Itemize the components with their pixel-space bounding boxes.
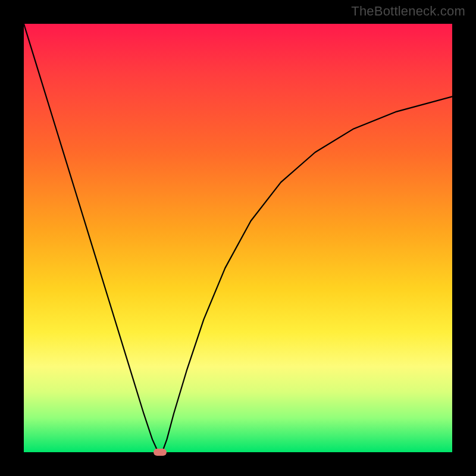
minimum-marker bbox=[154, 449, 167, 456]
plot-area bbox=[24, 24, 452, 452]
watermark-text: TheBottleneck.com bbox=[351, 4, 465, 19]
chart-frame: TheBottleneck.com bbox=[0, 0, 476, 476]
bottleneck-curve bbox=[24, 24, 452, 452]
